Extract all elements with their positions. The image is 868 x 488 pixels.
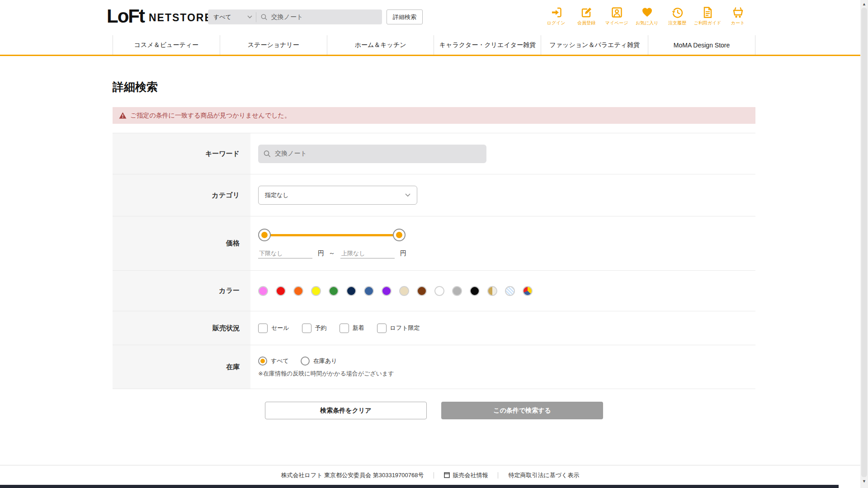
price-max-input[interactable] (340, 249, 395, 258)
color-swatch-gold-silver[interactable] (487, 286, 497, 296)
radio-label: すべて (271, 357, 289, 365)
main-content: 詳細検索 ご指定の条件に一致する商品が見つかりませんでした。 キーワード カテゴ… (113, 56, 755, 419)
color-swatch-green[interactable] (329, 286, 339, 296)
category-select[interactable]: 指定なし (258, 186, 417, 205)
logo-store-text: NETSTORE (149, 12, 212, 24)
chevron-down-icon (247, 15, 252, 19)
color-swatch-brown[interactable] (417, 286, 427, 296)
footer-link-label: 特定商取引法に基づく表示 (508, 471, 579, 479)
nav-item-fashion[interactable]: ファッション＆バラエティ雑貨 (541, 35, 648, 55)
color-swatch-white[interactable] (434, 286, 444, 296)
price-slider-handle-min[interactable] (258, 229, 271, 241)
mypage-icon (611, 6, 623, 19)
favorites-label: お気に入り (636, 20, 659, 26)
color-swatch-clear[interactable] (505, 286, 515, 296)
radio-all[interactable]: すべて (258, 357, 289, 366)
login-label: ログイン (547, 20, 566, 26)
checkbox-box (302, 324, 311, 333)
loft-logo[interactable]: LoFt NETSTORE (107, 7, 212, 25)
scrollbar-down-arrow[interactable]: ▼ (860, 477, 868, 485)
nav-item-moma[interactable]: MoMA Design Store (648, 35, 755, 55)
checkbox-box (340, 324, 349, 333)
nav-item-character[interactable]: キャラクター・クリエイター雑貨 (434, 35, 541, 55)
checkbox-new[interactable]: 新着 (340, 324, 364, 333)
color-swatch-multi[interactable] (523, 286, 533, 296)
cart-link[interactable]: カート (726, 6, 750, 26)
nav-item-stationery[interactable]: ステーショナリー (220, 35, 327, 55)
search-icon (261, 14, 268, 21)
color-swatch-yellow[interactable] (311, 286, 321, 296)
price-min-unit: 円 (318, 249, 324, 258)
price-separator: ～ (329, 249, 335, 258)
color-swatch-pink[interactable] (258, 286, 268, 296)
color-swatch-blue[interactable] (364, 286, 374, 296)
footer-divider (434, 472, 434, 479)
color-swatch-black[interactable] (470, 286, 480, 296)
color-swatch-red[interactable] (276, 286, 286, 296)
guide-link[interactable]: ご利用ガイド (696, 6, 719, 26)
checkbox-sale[interactable]: セール (258, 324, 289, 333)
color-swatch-gray[interactable] (452, 286, 462, 296)
guide-label: ご利用ガイド (694, 20, 722, 26)
price-label: 価格 (113, 216, 250, 270)
sales-status-row: 販売状況 セール 予約 新着 (113, 311, 755, 345)
checkbox-reservation[interactable]: 予約 (302, 324, 327, 333)
checkbox-label: ロフト限定 (390, 324, 420, 332)
keyword-row: キーワード (113, 133, 755, 174)
footer-link-seller-info[interactable]: 販売会社情報 (444, 471, 488, 479)
header: LoFt NETSTORE すべて 詳細検索 ログイン 会員登録 (0, 0, 868, 35)
color-swatch-purple[interactable] (382, 286, 392, 296)
guide-icon (702, 6, 714, 19)
price-slider-handle-max[interactable] (393, 229, 406, 241)
sales-status-label: 販売状況 (113, 311, 250, 345)
history-icon (671, 6, 684, 19)
header-search-bar: すべて (208, 9, 382, 24)
register-icon (580, 6, 593, 19)
scrollbar-thumb[interactable] (861, 8, 867, 477)
mypage-label: マイページ (605, 20, 628, 26)
footer: 株式会社ロフト 東京都公安委員会 第303319700768号 販売会社情報 特… (0, 465, 860, 485)
order-history-link[interactable]: 注文履歴 (665, 6, 689, 26)
search-submit-button[interactable]: この条件で検索する (441, 402, 603, 419)
scrollbar-up-arrow[interactable]: ▲ (860, 0, 868, 8)
search-form: キーワード カテゴリ 指定なし 価格 (113, 133, 755, 389)
price-slider (258, 229, 406, 241)
color-swatch-beige[interactable] (399, 286, 409, 296)
cart-label: カート (731, 20, 745, 26)
checkbox-loft-limited[interactable]: ロフト限定 (377, 324, 420, 333)
main-nav: コスメ＆ビューティー ステーショナリー ホーム＆キッチン キャラクター・クリエイ… (0, 35, 868, 56)
checkbox-label: 新着 (353, 324, 364, 332)
clear-conditions-button[interactable]: 検索条件をクリア (265, 402, 427, 419)
keyword-input[interactable] (275, 150, 481, 157)
price-slider-track (264, 234, 399, 236)
keyword-field (258, 145, 486, 163)
cart-icon (732, 6, 744, 19)
order-history-label: 注文履歴 (668, 20, 686, 26)
register-link[interactable]: 会員登録 (575, 6, 598, 26)
keyword-label: キーワード (113, 133, 250, 174)
color-swatch-orange[interactable] (293, 286, 303, 296)
vertical-scrollbar[interactable]: ▲ ▼ (860, 0, 868, 488)
login-link[interactable]: ログイン (544, 6, 568, 26)
category-row: カテゴリ 指定なし (113, 174, 755, 216)
checkbox-label: セール (271, 324, 289, 332)
page-title: 詳細検索 (113, 80, 755, 94)
price-min-input[interactable] (258, 249, 312, 258)
favorites-link[interactable]: お気に入り (635, 6, 659, 26)
header-search-input[interactable] (271, 14, 377, 21)
footer-link-label: 販売会社情報 (453, 471, 488, 479)
search-category-select[interactable]: すべて (208, 9, 256, 24)
nav-item-cosme[interactable]: コスメ＆ビューティー (113, 35, 220, 55)
radio-circle (301, 357, 310, 366)
nav-item-home-kitchen[interactable]: ホーム＆キッチン (327, 35, 434, 55)
mypage-link[interactable]: マイページ (605, 6, 628, 26)
radio-in-stock[interactable]: 在庫あり (301, 357, 337, 366)
color-swatch-navy[interactable] (346, 286, 356, 296)
price-row: 価格 円 ～ 円 (113, 216, 755, 271)
alert-text: ご指定の条件に一致する商品が見つかりませんでした。 (130, 112, 291, 120)
page: LoFt NETSTORE すべて 詳細検索 ログイン 会員登録 (0, 0, 868, 488)
footer-link-tokushoho[interactable]: 特定商取引法に基づく表示 (508, 471, 579, 479)
form-actions: 検索条件をクリア この条件で検索する (113, 402, 755, 419)
login-icon (550, 6, 562, 19)
detail-search-button[interactable]: 詳細検索 (387, 9, 423, 24)
